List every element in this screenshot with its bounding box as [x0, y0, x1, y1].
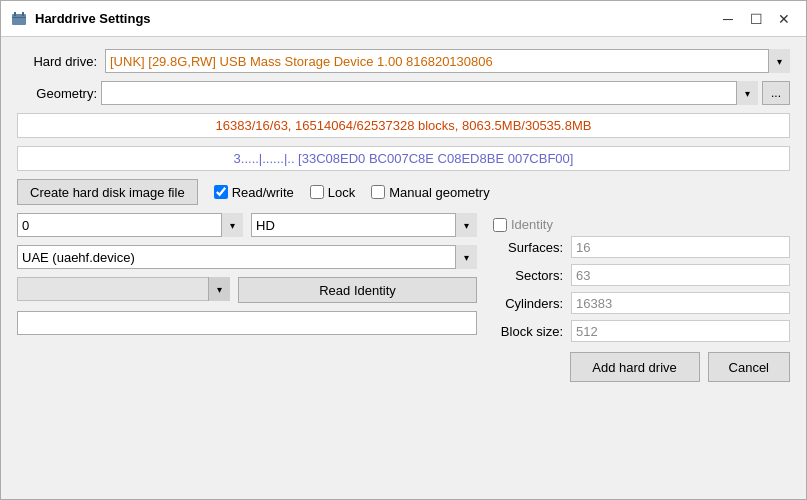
geometry-select[interactable] [101, 81, 758, 105]
geometry-row: Geometry: ▾ ... [17, 81, 790, 105]
title-bar: Harddrive Settings ─ ☐ ✕ [1, 1, 806, 37]
svg-rect-1 [14, 12, 16, 16]
lock-checkbox-label[interactable]: Lock [310, 185, 355, 200]
select-0-wrapper: 0 ▾ [17, 213, 243, 237]
right-panel: Identity Surfaces: 16 Sectors: 63 Cylind… [485, 213, 790, 382]
svg-rect-3 [12, 17, 26, 18]
cylinders-value: 16383 [571, 292, 790, 314]
hard-drive-select-wrapper: [UNK] [29.8G,RW] USB Mass Storage Device… [105, 49, 790, 73]
content-area: Hard drive: [UNK] [29.8G,RW] USB Mass St… [1, 37, 806, 499]
select-0[interactable]: 0 [17, 213, 243, 237]
disabled-select[interactable] [17, 277, 230, 301]
disabled-select-wrapper: ▾ [17, 277, 230, 303]
identity-checkbox[interactable] [493, 218, 507, 232]
surfaces-row: Surfaces: 16 [493, 236, 790, 258]
add-hard-drive-button[interactable]: Add hard drive [570, 352, 700, 382]
close-button[interactable]: ✕ [772, 9, 796, 29]
select-hd[interactable]: HD [251, 213, 477, 237]
read-write-checkbox[interactable] [214, 185, 228, 199]
dual-select-row: 0 ▾ HD ▾ [17, 213, 477, 237]
cylinders-row: Cylinders: 16383 [493, 292, 790, 314]
window-icon [11, 11, 27, 27]
geometry-label: Geometry: [17, 86, 97, 101]
hard-drive-row: Hard drive: [UNK] [29.8G,RW] USB Mass St… [17, 49, 790, 73]
text-input[interactable] [17, 311, 477, 335]
block-size-value: 512 [571, 320, 790, 342]
options-row: Create hard disk image file Read/write L… [17, 179, 790, 205]
geometry-select-wrapper: ▾ [101, 81, 758, 105]
read-identity-row: ▾ Read Identity [17, 277, 477, 303]
minimize-button[interactable]: ─ [716, 9, 740, 29]
identity-label: Identity [511, 217, 553, 232]
block-size-label: Block size: [493, 324, 563, 339]
svg-rect-2 [22, 12, 24, 16]
block-size-row: Block size: 512 [493, 320, 790, 342]
bottom-section: 0 ▾ HD ▾ UAE (uaehf.device) [17, 213, 790, 382]
cancel-button[interactable]: Cancel [708, 352, 790, 382]
lock-checkbox[interactable] [310, 185, 324, 199]
read-write-checkbox-label[interactable]: Read/write [214, 185, 294, 200]
sectors-row: Sectors: 63 [493, 264, 790, 286]
manual-geometry-checkbox-label[interactable]: Manual geometry [371, 185, 489, 200]
title-bar-left: Harddrive Settings [11, 11, 151, 27]
hard-drive-select[interactable]: [UNK] [29.8G,RW] USB Mass Storage Device… [105, 49, 790, 73]
title-controls: ─ ☐ ✕ [716, 9, 796, 29]
left-panel: 0 ▾ HD ▾ UAE (uaehf.device) [17, 213, 477, 382]
info-bar-2: 3.....|......|.. [33C08ED0 BC007C8E C08E… [17, 146, 790, 171]
sectors-label: Sectors: [493, 268, 563, 283]
action-row: Add hard drive Cancel [493, 352, 790, 382]
identity-checkbox-row: Identity [493, 217, 790, 232]
create-image-button[interactable]: Create hard disk image file [17, 179, 198, 205]
select-hd-wrapper: HD ▾ [251, 213, 477, 237]
info-bar-1: 16383/16/63, 16514064/62537328 blocks, 8… [17, 113, 790, 138]
cylinders-label: Cylinders: [493, 296, 563, 311]
hard-drive-label: Hard drive: [17, 54, 97, 69]
geometry-browse-button[interactable]: ... [762, 81, 790, 105]
maximize-button[interactable]: ☐ [744, 9, 768, 29]
harddrive-settings-window: Harddrive Settings ─ ☐ ✕ Hard drive: [UN… [0, 0, 807, 500]
manual-geometry-checkbox[interactable] [371, 185, 385, 199]
sectors-value: 63 [571, 264, 790, 286]
device-select[interactable]: UAE (uaehf.device) [17, 245, 477, 269]
surfaces-label: Surfaces: [493, 240, 563, 255]
device-select-wrapper: UAE (uaehf.device) ▾ [17, 245, 477, 269]
window-title: Harddrive Settings [35, 11, 151, 26]
read-identity-button[interactable]: Read Identity [238, 277, 477, 303]
surfaces-value: 16 [571, 236, 790, 258]
